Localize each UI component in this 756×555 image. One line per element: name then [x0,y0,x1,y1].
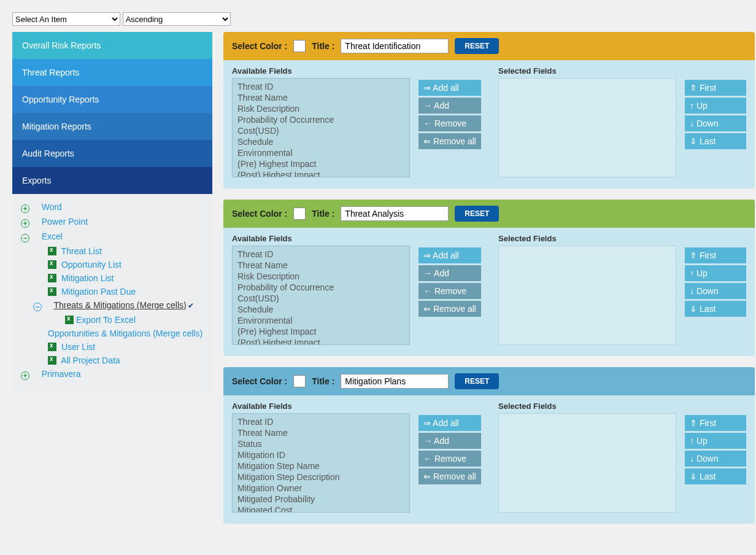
list-item[interactable]: Mitigated Cost [237,505,404,513]
remove-all-button[interactable]: ⇐ Remove all [418,133,481,149]
list-item[interactable]: Schedule [237,304,404,315]
title-input[interactable] [341,374,449,389]
nav-opportunity-reports[interactable]: Opportunity Reports [12,86,212,113]
list-item[interactable]: Mitigation Step Description [237,472,404,483]
up-button[interactable]: ↑ Up [685,433,746,449]
list-item[interactable]: Cost(USD) [237,125,404,136]
excel-icon [48,287,56,296]
list-item[interactable]: Threat ID [237,249,404,260]
list-item[interactable]: Mitigated Probability [237,494,404,505]
tree-user-list[interactable]: User List [61,342,95,352]
tree-powerpoint[interactable]: Power Point [42,217,88,227]
list-item[interactable]: Risk Description [237,271,404,282]
remove-all-button[interactable]: ⇐ Remove all [418,468,481,484]
list-item[interactable]: (Post) Highest Impact [237,169,404,177]
down-button[interactable]: ↓ Down [685,283,746,299]
add-button[interactable]: → Add [418,433,481,449]
last-button[interactable]: ⇓ Last [685,301,746,317]
tree-threat-list[interactable]: Threat List [61,246,102,256]
tree-opportunity-list[interactable]: Opportunity List [61,260,122,270]
list-item[interactable]: (Pre) Highest Impact [237,326,404,337]
reset-button[interactable]: RESET [455,206,499,222]
selected-fields-label: Selected Fields [498,234,676,243]
nav-overall-risk-reports[interactable]: Overall Risk Reports [12,32,212,59]
select-order-dropdown[interactable]: Ascending [123,12,231,26]
nav-mitigation-reports[interactable]: Mitigation Reports [12,113,212,140]
tree-word[interactable]: Word [42,202,62,212]
add-all-button[interactable]: ⇒ Add all [418,247,481,263]
title-input[interactable] [341,206,449,221]
add-button[interactable]: → Add [418,265,481,281]
tree-mitigation-list[interactable]: Mitigation List [61,273,114,283]
available-fields-list[interactable]: Threat IDThreat NameRisk DescriptionProb… [232,246,410,345]
list-item[interactable]: Probability of Occurrence [237,282,404,293]
tree-all-project-data[interactable]: All Project Data [61,355,120,365]
list-item[interactable]: Schedule [237,136,404,147]
expand-icon[interactable]: + [21,219,29,228]
remove-button[interactable]: ← Remove [418,283,481,299]
list-item[interactable]: Probability of Occurrence [237,114,404,125]
remove-button[interactable]: ← Remove [418,115,481,131]
down-button[interactable]: ↓ Down [685,451,746,467]
title-input[interactable] [341,39,449,53]
tree-opportunities-mitigations[interactable]: Opportunities & Mitigations (Merge cells… [48,328,202,338]
up-button[interactable]: ↑ Up [685,265,746,281]
tree-threats-mitigations[interactable]: Threats & Mitigations (Merge cells) [53,300,186,310]
reset-button[interactable]: RESET [455,373,499,389]
nav-threat-reports[interactable]: Threat Reports [12,59,212,86]
list-item[interactable]: (Pre) Highest Impact [237,158,404,169]
nav-audit-reports[interactable]: Audit Reports [12,140,212,167]
first-button[interactable]: ⇑ First [685,247,746,263]
selected-fields-list[interactable] [498,78,676,177]
list-item[interactable]: Risk Description [237,103,404,114]
add-all-button[interactable]: ⇒ Add all [418,415,481,431]
available-fields-list[interactable]: Threat IDThreat NameStatusMitigation IDM… [232,413,410,513]
list-item[interactable]: Cost(USD) [237,293,404,304]
available-fields-list[interactable]: Threat IDThreat NameRisk DescriptionProb… [232,78,410,177]
remove-button[interactable]: ← Remove [418,451,481,467]
first-button[interactable]: ⇑ First [685,80,746,96]
first-button[interactable]: ⇑ First [685,415,746,431]
list-item[interactable]: Threat ID [237,416,404,427]
color-swatch[interactable] [293,208,306,220]
list-item[interactable]: Threat Name [237,260,404,271]
expand-icon[interactable]: + [21,371,29,380]
excel-icon [48,343,56,351]
list-item[interactable]: Threat ID [237,81,404,92]
panel-header: Select Color :Title :RESET [223,367,755,395]
selected-fields-list[interactable] [498,413,676,513]
list-item[interactable]: Environmental [237,315,404,326]
add-button[interactable]: → Add [418,98,481,114]
tree-excel[interactable]: Excel [42,231,63,241]
selected-fields-label: Selected Fields [498,402,676,411]
list-item[interactable]: Threat Name [237,427,404,438]
list-item[interactable]: Status [237,438,404,449]
tree-primavera[interactable]: Primavera [42,369,81,379]
list-item[interactable]: Mitigation ID [237,449,404,460]
color-swatch[interactable] [293,40,306,52]
select-item-dropdown[interactable]: Select An Item [12,12,120,26]
selected-fields-list[interactable] [498,246,676,345]
title-label: Title : [312,41,334,51]
list-item[interactable]: Mitigation Step Name [237,460,404,472]
list-item[interactable]: Mitigation Owner [237,483,404,494]
nav-exports[interactable]: Exports [12,167,212,194]
collapse-icon[interactable]: − [21,234,29,243]
main-content: Select Color :Title :RESETAvailable Fiel… [223,32,755,524]
up-button[interactable]: ↑ Up [685,98,746,114]
list-item[interactable]: Threat Name [237,92,404,103]
down-button[interactable]: ↓ Down [685,115,746,131]
list-item[interactable]: Environmental [237,147,404,158]
tree-export-to-excel[interactable]: Export To Excel [76,315,136,325]
remove-all-button[interactable]: ⇐ Remove all [418,301,481,317]
last-button[interactable]: ⇓ Last [685,133,746,149]
collapse-icon[interactable]: − [33,303,42,311]
color-swatch[interactable] [293,375,306,387]
list-item[interactable]: (Post) Highest Impact [237,337,404,345]
tree-mitigation-past-due[interactable]: Mitigation Past Due [61,287,136,297]
last-button[interactable]: ⇓ Last [685,468,746,484]
config-panel: Select Color :Title :RESETAvailable Fiel… [223,367,755,524]
expand-icon[interactable]: + [21,204,29,213]
add-all-button[interactable]: ⇒ Add all [418,80,481,96]
reset-button[interactable]: RESET [455,38,499,54]
